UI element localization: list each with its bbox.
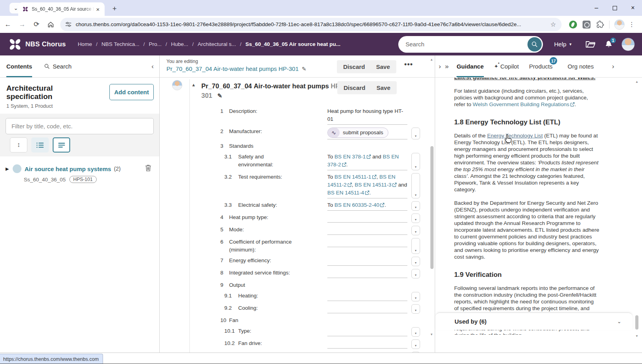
clause-value[interactable]	[327, 339, 407, 349]
brand-title[interactable]: NBS Chorus	[25, 40, 66, 48]
row-dropdown-button[interactable]: ▼	[411, 257, 420, 266]
tab-guidance[interactable]: Guidance	[457, 55, 483, 77]
row-dropdown-button[interactable]: ▼	[411, 327, 420, 337]
tab-copilot[interactable]: ✦Copilot	[494, 55, 519, 77]
extensions-puzzle-icon[interactable]	[595, 20, 605, 29]
row-dropdown-button[interactable]: ▼	[411, 226, 420, 235]
projects-folder-button[interactable]	[585, 40, 596, 49]
close-window-button[interactable]: ×	[624, 0, 642, 16]
clause-value[interactable]	[327, 327, 407, 336]
view-detailed-list-button[interactable]	[31, 137, 49, 152]
main-scrollbar[interactable]: ▲ ▼	[429, 55, 435, 353]
url-bar[interactable]: chorus.thenbs.com/org/da0cea40-1153-11ec…	[60, 18, 562, 31]
clause-value[interactable]: To BS EN 14511-1, BS EN 14511-2, BS EN 1…	[327, 173, 407, 198]
scroll-up-icon[interactable]: ▲	[430, 58, 433, 61]
sidebar-tab-contents[interactable]: Contents	[6, 55, 32, 77]
text-link[interactable]: BS EN 14511-1	[334, 174, 371, 180]
row-dropdown-button[interactable]: ▼	[411, 269, 420, 278]
row-dropdown-button[interactable]: ▼	[411, 201, 420, 211]
clause-value[interactable]: Heat pump for housing type HT-01	[327, 107, 407, 125]
row-dropdown-button[interactable]: ▼	[411, 292, 420, 301]
home-button[interactable]	[44, 18, 57, 31]
row-dropdown-button[interactable]: ▼	[411, 213, 420, 223]
clause-value[interactable]	[327, 213, 407, 223]
browser-profile-avatar[interactable]	[614, 19, 625, 30]
nbs-logo-icon[interactable]	[8, 37, 22, 51]
text-link[interactable]: BS EN 60335-2-40	[334, 202, 379, 208]
filter-input[interactable]	[6, 118, 154, 134]
clause-value[interactable]: ∿submit proposals	[327, 128, 407, 139]
chevron-down-icon[interactable]: ⌄	[617, 318, 621, 324]
text-link[interactable]: Energy Technology List	[487, 133, 543, 139]
submit-proposals-pill[interactable]: ∿submit proposals	[327, 128, 388, 138]
url-text[interactable]: chorus.thenbs.com/org/da0cea40-1153-11ec…	[76, 21, 549, 27]
text-link[interactable]: Welsh Government Building Regulations	[473, 101, 569, 107]
tab-org-notes[interactable]: Org notes	[567, 55, 594, 77]
save-button[interactable]: Save	[370, 60, 396, 73]
row-dropdown-button[interactable]: ▼	[411, 238, 420, 254]
collapse-clause-triangle-icon[interactable]: ▲	[191, 82, 196, 87]
add-content-button[interactable]: Add content	[109, 84, 154, 100]
breadcrumb-item[interactable]: Ss_60_40_36_05 Air source heat pu...	[245, 41, 340, 47]
tree-item-title[interactable]: Air source heat pump systems	[25, 166, 111, 172]
browser-menu-icon[interactable]: ⋮	[627, 21, 639, 28]
clause-value[interactable]	[327, 238, 407, 247]
expand-triangle-icon[interactable]: ▶	[6, 166, 13, 172]
view-compact-list-button[interactable]	[53, 137, 70, 152]
discard-clause-button[interactable]: Discard	[337, 81, 372, 94]
delete-item-button[interactable]	[145, 164, 151, 172]
scrollbar-thumb[interactable]	[430, 146, 434, 269]
save-clause-button[interactable]: Save	[370, 81, 397, 94]
row-dropdown-button[interactable]: ▼	[411, 153, 420, 170]
discard-button[interactable]: Discard	[337, 60, 371, 73]
used-by-bar[interactable]: Used by (6) ⌄	[436, 313, 632, 330]
back-button[interactable]: ←	[2, 18, 14, 31]
text-link[interactable]: BS EN 378-1	[334, 154, 366, 160]
forward-button[interactable]: →	[16, 18, 29, 31]
tabs-scroll-right-chevron-icon[interactable]: ›	[612, 63, 614, 71]
browser-extension-icon-gray[interactable]	[582, 20, 591, 29]
more-options-button[interactable]: •••	[404, 60, 413, 69]
tab-close-icon[interactable]: ×	[94, 6, 101, 13]
minimize-button[interactable]: –	[587, 0, 606, 16]
panel-collapse-chevron-icon[interactable]: ›	[439, 63, 441, 71]
panel-expand-double-chevron-icon[interactable]: »	[445, 63, 449, 71]
scroll-down-icon[interactable]: ▼	[635, 334, 638, 338]
clause-value[interactable]: To BS EN 60335-2-40.	[327, 201, 407, 211]
clause-value[interactable]	[327, 292, 407, 301]
text-link[interactable]: BS EN 14511-3	[355, 182, 392, 188]
breadcrumb-item[interactable]: NBS Technica...	[101, 41, 139, 47]
help-button[interactable]: Help ▼	[554, 41, 572, 48]
browser-tab[interactable]: Ss_60_40_36_05 Air source heat ×	[18, 2, 105, 16]
breadcrumb-item[interactable]: Home	[78, 41, 92, 47]
bookmark-star-icon[interactable]: ☆	[549, 21, 558, 28]
user-avatar[interactable]	[621, 38, 635, 51]
site-settings-icon[interactable]	[65, 21, 72, 28]
edit-clause-pencil-icon[interactable]: ✎	[217, 92, 222, 99]
expand-collapse-button[interactable]: ↕	[10, 137, 27, 152]
clause-value[interactable]: To BS EN 378-1 and BS EN 378-2.	[327, 153, 407, 170]
clause-value[interactable]	[327, 269, 407, 278]
browser-extension-icon-green[interactable]	[568, 20, 578, 29]
clause-value[interactable]	[327, 226, 407, 235]
new-tab-button[interactable]: +	[109, 4, 120, 14]
tab-products[interactable]: Products17	[529, 55, 552, 77]
row-dropdown-button[interactable]: ▼	[411, 128, 420, 139]
scroll-up-icon[interactable]: ▲	[635, 80, 638, 84]
scrollbar-thumb[interactable]	[635, 315, 638, 330]
notifications-button[interactable]: 1	[604, 40, 613, 49]
collapse-sidebar-chevron-icon[interactable]: ‹	[151, 63, 154, 71]
breadcrumb-item[interactable]: Pro...	[149, 41, 161, 47]
clause-value[interactable]	[327, 304, 407, 313]
search-button[interactable]	[527, 37, 542, 51]
refresh-button[interactable]: ⟳	[30, 18, 43, 31]
row-dropdown-button[interactable]: ▼	[411, 173, 420, 198]
row-dropdown-button[interactable]: ▼	[411, 339, 420, 349]
sidebar-tab-search[interactable]: Search	[44, 55, 72, 77]
editing-item-link[interactable]: Pr_70_60_37_04 Air-to-water heat pumps H…	[166, 65, 306, 72]
breadcrumb-item[interactable]: Architectural s...	[198, 41, 236, 47]
panel-scrollbar[interactable]: ▲ ▼	[633, 78, 641, 353]
maximize-button[interactable]	[606, 0, 624, 16]
row-dropdown-button[interactable]: ▼	[411, 304, 420, 314]
search-input[interactable]	[405, 41, 516, 48]
